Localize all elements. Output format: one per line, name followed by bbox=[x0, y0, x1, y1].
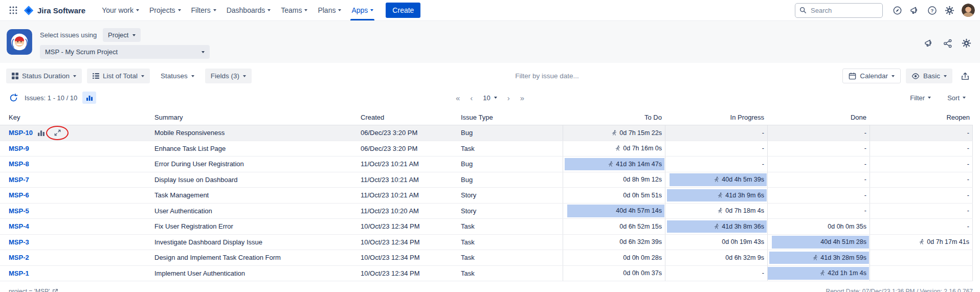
help-icon[interactable]: ? bbox=[925, 3, 939, 17]
search-icon bbox=[799, 7, 807, 14]
report-type-button[interactable]: Status Duration bbox=[6, 69, 82, 83]
prev-page-button[interactable]: ‹ bbox=[470, 94, 473, 102]
view-mode-button[interactable]: Basic bbox=[906, 69, 952, 83]
summary-cell: Display Issue on Dashboard bbox=[154, 172, 361, 188]
chevron-down-icon bbox=[141, 75, 144, 77]
runner-icon bbox=[615, 145, 621, 151]
issue-key-link[interactable]: MSP-5 bbox=[9, 207, 29, 215]
chart-view-toggle[interactable] bbox=[82, 92, 96, 104]
issue-key-link[interactable]: MSP-2 bbox=[9, 254, 29, 261]
first-page-button[interactable]: « bbox=[456, 94, 460, 102]
runner-icon bbox=[714, 223, 720, 230]
column-header-key: Key bbox=[0, 109, 154, 125]
fields-button[interactable]: Fields (3) bbox=[205, 69, 252, 83]
table-row[interactable]: MSP-8 Error During User Registration 11/… bbox=[0, 156, 973, 172]
issue-key-link[interactable]: MSP-9 bbox=[9, 145, 29, 152]
nav-item-projects[interactable]: Projects bbox=[144, 0, 186, 20]
issue-type-cell: Bug bbox=[461, 172, 563, 188]
jql-query-link[interactable]: project = 'MSP' bbox=[9, 288, 58, 292]
feedback-megaphone-icon[interactable] bbox=[924, 38, 934, 49]
runner-icon bbox=[919, 239, 925, 245]
settings-gear-icon[interactable] bbox=[942, 3, 956, 17]
duration-cell-in-progress: 41d 3h 9m 6s bbox=[665, 188, 767, 203]
app-switcher-icon[interactable] bbox=[6, 3, 20, 17]
issue-key-link[interactable]: MSP-6 bbox=[9, 191, 29, 199]
issue-type-cell: Task bbox=[461, 235, 563, 250]
summary-cell: Error During User Registration bbox=[154, 156, 361, 172]
user-avatar[interactable] bbox=[962, 4, 975, 17]
runner-icon bbox=[717, 208, 723, 214]
search-input[interactable] bbox=[810, 6, 878, 15]
nav-item-label: Your work bbox=[102, 6, 133, 14]
grid-icon bbox=[12, 73, 18, 79]
statuses-button[interactable]: Statuses bbox=[155, 69, 200, 83]
share-icon[interactable] bbox=[943, 38, 953, 49]
duration-cell-in-progress: 0d 0h 19m 43s bbox=[665, 235, 767, 250]
created-cell: 06/Dec/23 3:20 PM bbox=[361, 141, 461, 156]
filter-dropdown[interactable]: Filter bbox=[910, 94, 931, 102]
row-bar-chart-icon[interactable] bbox=[37, 129, 45, 137]
table-row[interactable]: MSP-2 Design and Implement Task Creation… bbox=[0, 250, 973, 266]
duration-cell-reopen: - bbox=[870, 141, 973, 156]
table-row[interactable]: MSP-5 User Authentication 11/Oct/23 10:2… bbox=[0, 204, 973, 219]
duration-cell-todo: 0d 6h 32m 39s bbox=[563, 235, 665, 250]
table-row[interactable]: MSP-1 Implement User Authentication 10/O… bbox=[0, 266, 973, 282]
table-row[interactable]: MSP-4 Fix User Registration Error 10/Oct… bbox=[0, 219, 973, 235]
key-cell: MSP-4 bbox=[0, 219, 154, 234]
search-box[interactable] bbox=[795, 3, 883, 18]
chevron-down-icon bbox=[928, 97, 931, 99]
sort-dropdown[interactable]: Sort bbox=[947, 94, 966, 102]
table-row[interactable]: MSP-10 Mobile Responsiveness 06/Dec/23 3… bbox=[0, 125, 973, 141]
calendar-button[interactable]: Calendar bbox=[842, 69, 901, 83]
issue-key-link[interactable]: MSP-7 bbox=[9, 176, 29, 184]
duration-cell-done: 0d 0h 0m 35s bbox=[767, 219, 870, 234]
table-row[interactable]: MSP-3 Investigate Dashboard Display Issu… bbox=[0, 235, 973, 251]
nav-item-plans[interactable]: Plans bbox=[313, 0, 346, 20]
issue-source-type-select[interactable]: Project bbox=[103, 28, 141, 42]
project-select[interactable]: MSP - My Scrum Project bbox=[40, 45, 210, 59]
nav-item-apps[interactable]: Apps bbox=[346, 0, 378, 20]
nav-item-your-work[interactable]: Your work bbox=[97, 0, 144, 20]
table-row[interactable]: MSP-6 Task Management 11/Oct/23 10:21 AM… bbox=[0, 188, 973, 204]
duration-text: 0d 0h 19m 43s bbox=[722, 238, 764, 245]
report-type-label: Status Duration bbox=[22, 72, 70, 80]
nav-item-teams[interactable]: Teams bbox=[276, 0, 313, 20]
summary-cell: User Authentication bbox=[154, 204, 361, 219]
jira-brand[interactable]: Jira Software bbox=[24, 5, 85, 16]
page-size-select[interactable]: 10 bbox=[483, 94, 497, 102]
issue-key-link[interactable]: MSP-1 bbox=[9, 269, 29, 277]
app-settings-gear-icon[interactable] bbox=[961, 38, 972, 49]
issue-type-cell: Story bbox=[461, 204, 563, 219]
list-icon bbox=[93, 73, 99, 79]
duration-text: - bbox=[864, 192, 866, 199]
issue-date-filter-input[interactable] bbox=[480, 72, 615, 80]
next-page-button[interactable]: › bbox=[507, 94, 510, 102]
key-cell: MSP-1 bbox=[0, 266, 154, 281]
last-page-button[interactable]: » bbox=[520, 94, 524, 102]
table-row[interactable]: MSP-9 Enhance Task List Page 06/Dec/23 3… bbox=[0, 141, 973, 157]
nav-item-filters[interactable]: Filters bbox=[186, 0, 221, 20]
issue-key-link[interactable]: MSP-4 bbox=[9, 222, 29, 230]
eye-icon bbox=[911, 72, 920, 80]
nav-item-dashboards[interactable]: Dashboards bbox=[221, 0, 276, 20]
chevron-down-icon bbox=[213, 9, 216, 11]
runner-icon bbox=[819, 270, 826, 276]
discover-compass-icon[interactable] bbox=[890, 3, 904, 17]
announcements-megaphone-icon[interactable] bbox=[907, 3, 922, 17]
issue-key-link[interactable]: MSP-10 bbox=[9, 129, 33, 137]
report-config-panel: () Select issues using Project MSP - My … bbox=[0, 21, 980, 63]
issue-key-link[interactable]: MSP-8 bbox=[9, 160, 29, 168]
key-cell: MSP-10 bbox=[0, 125, 154, 141]
issue-key-link[interactable]: MSP-3 bbox=[9, 238, 29, 246]
create-button[interactable]: Create bbox=[386, 3, 420, 18]
expand-icon[interactable] bbox=[54, 129, 61, 137]
duration-cell-reopen: - bbox=[870, 172, 973, 188]
refresh-icon[interactable] bbox=[7, 92, 19, 104]
table-row[interactable]: MSP-7 Display Issue on Dashboard 11/Oct/… bbox=[0, 172, 973, 188]
column-header-issue-type: Issue Type bbox=[461, 109, 563, 125]
column-header-summary: Summary bbox=[154, 109, 361, 125]
duration-text: - bbox=[762, 145, 764, 152]
created-cell: 10/Oct/23 12:34 PM bbox=[361, 266, 461, 281]
list-mode-button[interactable]: List of Total bbox=[87, 69, 150, 83]
export-icon[interactable] bbox=[957, 69, 973, 83]
